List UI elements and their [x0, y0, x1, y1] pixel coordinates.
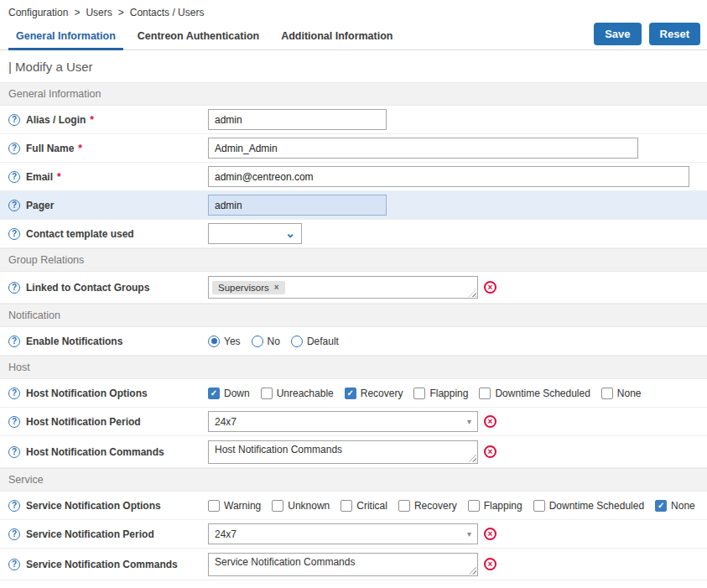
checkbox[interactable]: ✓: [272, 500, 283, 512]
checkbox-label: None: [671, 500, 695, 512]
field-cell-host-period: 24x7 ▾ ×: [208, 411, 496, 432]
field-cell-full-name: [208, 138, 638, 159]
checkbox-host-down[interactable]: ✓ Down: [208, 388, 250, 399]
checkbox-service-recovery[interactable]: ✓ Recovery: [398, 500, 457, 512]
checkbox-host-downtime-scheduled[interactable]: ✓ Downtime Scheduled: [479, 388, 590, 399]
help-icon[interactable]: ?: [8, 416, 20, 428]
service-options-label: Service Notification Options: [26, 500, 161, 512]
checkbox-host-flapping[interactable]: ✓ Flapping: [413, 388, 468, 399]
help-icon[interactable]: ?: [8, 228, 20, 240]
alias-input[interactable]: [208, 109, 387, 130]
host-commands-label: Host Notification Commands: [26, 446, 164, 458]
tab-actions: Save Reset: [594, 23, 702, 49]
service-period-select[interactable]: 24x7 ▾: [208, 523, 478, 544]
clear-field-icon[interactable]: ×: [484, 528, 496, 540]
clear-field-icon[interactable]: ×: [484, 558, 496, 570]
checkbox-host-unreachable[interactable]: ✓ Unreachable: [261, 388, 334, 399]
help-icon[interactable]: ?: [8, 282, 20, 294]
check-icon: ✓: [347, 389, 354, 398]
service-commands-input[interactable]: Service Notification Commands: [208, 553, 478, 576]
help-icon[interactable]: ?: [8, 143, 20, 154]
tag-remove-icon[interactable]: ×: [274, 284, 279, 292]
resize-grip-icon[interactable]: [469, 455, 476, 462]
clear-field-icon[interactable]: ×: [484, 281, 496, 294]
field-cell-email: [208, 166, 689, 187]
help-icon[interactable]: ?: [8, 559, 20, 570]
radio-button[interactable]: [208, 336, 220, 347]
field-cell-service-options: ✓ Warning ✓ Unknown ✓ Critical ✓ Recover…: [208, 500, 695, 512]
checkbox-label: Unknown: [288, 500, 330, 512]
label-cell-enable-notifications: ? Enable Notifications: [8, 336, 208, 347]
help-icon[interactable]: ?: [8, 200, 20, 211]
host-commands-value: Host Notification Commands: [215, 444, 342, 455]
radio-label: No: [268, 336, 280, 347]
radio-button[interactable]: [252, 336, 263, 347]
tab-additional-information[interactable]: Additional Information: [270, 24, 403, 49]
checkbox-service-warning[interactable]: ✓ Warning: [208, 500, 261, 512]
checkbox-service-downtime-scheduled[interactable]: ✓ Downtime Scheduled: [533, 500, 644, 512]
help-icon[interactable]: ?: [8, 446, 20, 458]
checkbox-host-recovery[interactable]: ✓ Recovery: [345, 388, 403, 399]
checkbox[interactable]: ✓: [533, 500, 545, 512]
label-cell-service-options: ? Service Notification Options: [8, 500, 208, 512]
help-icon[interactable]: ?: [8, 114, 20, 126]
resize-grip-icon[interactable]: [469, 567, 476, 575]
row-email: ? Email *: [0, 163, 707, 191]
radio-default[interactable]: Default: [291, 336, 339, 347]
check-icon: ✓: [211, 389, 217, 398]
full-name-label: Full Name: [26, 143, 74, 154]
checkbox-service-unknown[interactable]: ✓ Unknown: [272, 500, 330, 512]
checkbox-service-critical[interactable]: ✓ Critical: [341, 500, 387, 512]
clear-field-icon[interactable]: ×: [484, 415, 496, 428]
tab-general-information[interactable]: General Information: [5, 24, 127, 49]
help-icon[interactable]: ?: [8, 500, 20, 512]
checkbox[interactable]: ✓: [261, 388, 273, 399]
help-icon[interactable]: ?: [8, 171, 20, 183]
field-cell-contact-template: ⌄: [208, 223, 302, 244]
field-cell-service-commands: Service Notification Commands ×: [208, 553, 496, 576]
checkbox[interactable]: ✓: [208, 500, 220, 512]
checkbox-service-none[interactable]: ✓ None: [655, 500, 695, 512]
enable-notifications-radio-group: Yes No Default: [208, 336, 339, 347]
checkbox[interactable]: ✓: [479, 388, 491, 399]
checkbox[interactable]: ✓: [398, 500, 410, 512]
breadcrumb: Configuration > Users > Contacts / Users: [0, 0, 707, 23]
field-cell-enable-notifications: Yes No Default: [208, 336, 339, 347]
checkbox[interactable]: ✓: [341, 500, 352, 512]
tab-centreon-authentication[interactable]: Centreon Authentication: [127, 24, 270, 49]
host-commands-input[interactable]: Host Notification Commands: [208, 440, 478, 464]
contact-groups-multiselect[interactable]: Supervisors ×: [208, 276, 478, 299]
host-period-select[interactable]: 24x7 ▾: [208, 411, 478, 432]
full-name-input[interactable]: [208, 138, 638, 159]
email-input[interactable]: [208, 166, 689, 187]
checkbox-label: Recovery: [361, 388, 403, 399]
save-button[interactable]: Save: [594, 23, 641, 45]
breadcrumb-separator: >: [74, 7, 80, 18]
clear-field-icon[interactable]: ×: [484, 445, 496, 458]
checkbox[interactable]: ✓: [601, 388, 613, 399]
label-cell-full-name: ? Full Name *: [8, 143, 208, 154]
pager-input[interactable]: [208, 195, 387, 216]
breadcrumb-contacts-users[interactable]: Contacts / Users: [130, 7, 205, 18]
host-period-value: 24x7: [215, 416, 237, 428]
radio-yes[interactable]: Yes: [208, 336, 241, 347]
breadcrumb-users[interactable]: Users: [86, 7, 112, 18]
checkbox-host-none[interactable]: ✓ None: [601, 388, 642, 399]
contact-template-select[interactable]: ⌄: [208, 223, 302, 244]
breadcrumb-configuration[interactable]: Configuration: [8, 7, 68, 18]
help-icon[interactable]: ?: [8, 528, 20, 540]
checkbox[interactable]: ✓: [208, 388, 220, 399]
help-icon[interactable]: ?: [8, 388, 20, 399]
help-icon[interactable]: ?: [8, 336, 20, 347]
reset-button[interactable]: Reset: [649, 23, 700, 45]
checkbox[interactable]: ✓: [468, 500, 480, 512]
checkbox-service-flapping[interactable]: ✓ Flapping: [468, 500, 522, 512]
field-cell-host-commands: Host Notification Commands ×: [208, 440, 496, 464]
row-enable-notifications: ? Enable Notifications Yes No Default: [0, 327, 707, 356]
resize-grip-icon[interactable]: [469, 289, 476, 297]
radio-no[interactable]: No: [252, 336, 280, 347]
checkbox[interactable]: ✓: [345, 388, 356, 399]
checkbox[interactable]: ✓: [413, 388, 425, 399]
radio-button[interactable]: [291, 336, 303, 347]
checkbox[interactable]: ✓: [655, 500, 667, 512]
